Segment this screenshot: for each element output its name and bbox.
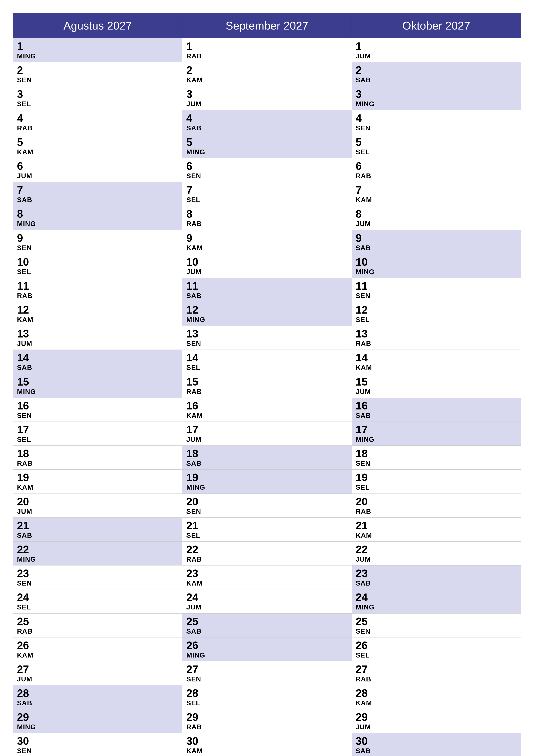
day-cell: 16 SAB — [352, 398, 521, 421]
day-name: RAB — [356, 675, 517, 683]
month-header-sep: September 2027 — [182, 13, 352, 39]
day-name: RAB — [356, 172, 517, 180]
day-number: 30 — [186, 735, 347, 747]
day-cell: 11 RAB — [13, 278, 182, 302]
day-name: SEL — [356, 316, 517, 323]
day-number: 3 — [186, 88, 347, 100]
day-name: KAM — [186, 747, 347, 755]
day-cell: 30 SEN — [13, 733, 182, 756]
day-number: 25 — [186, 616, 347, 628]
day-cell: 25 SEN — [352, 613, 521, 637]
day-cell: 3 MING — [352, 86, 521, 110]
day-cell: 5 KAM — [13, 134, 182, 158]
day-cell: 22 JUM — [352, 541, 521, 565]
day-cell: 20 SEN — [182, 494, 352, 517]
day-name: SAB — [17, 532, 178, 539]
day-number: 10 — [356, 256, 517, 268]
day-name: KAM — [186, 412, 347, 419]
day-name: SAB — [17, 699, 178, 707]
day-name: SEL — [17, 436, 178, 443]
day-name: SEL — [17, 604, 178, 611]
day-cell: 19 MING — [182, 470, 352, 494]
day-name: MING — [186, 148, 347, 156]
day-number: 10 — [17, 256, 178, 268]
day-name: SEL — [186, 699, 347, 707]
day-number: 8 — [17, 208, 178, 220]
day-name: MING — [17, 723, 178, 731]
day-cell: 17 MING — [352, 422, 521, 446]
day-name: MING — [17, 220, 178, 228]
day-cell: 30 KAM — [182, 733, 352, 756]
day-number: 3 — [356, 88, 517, 100]
day-name: SEN — [17, 580, 178, 587]
day-cell: 18 SEN — [352, 446, 521, 470]
day-name: JUM — [186, 100, 347, 108]
day-name: KAM — [17, 148, 178, 156]
day-number: 14 — [356, 352, 517, 364]
day-number: 30 — [17, 735, 178, 747]
day-number: 12 — [356, 304, 517, 316]
day-cell: 1 RAB — [182, 39, 352, 62]
day-name: SEN — [356, 292, 517, 300]
day-number: 14 — [17, 352, 178, 364]
day-cell: 12 SEL — [352, 302, 521, 326]
day-number: 16 — [186, 400, 347, 412]
day-cell: 28 SAB — [13, 685, 182, 709]
day-cell: 17 SEL — [13, 422, 182, 446]
day-name: JUM — [356, 555, 517, 563]
day-name: MING — [17, 52, 178, 60]
day-cell: 1 JUM — [352, 39, 521, 62]
day-cell: 2 SEN — [13, 62, 182, 86]
day-cell: 4 SAB — [182, 110, 352, 134]
day-number: 3 — [17, 88, 178, 100]
day-name: SEN — [17, 244, 178, 252]
day-number: 29 — [186, 712, 347, 723]
day-number: 8 — [186, 208, 347, 220]
day-number: 5 — [186, 136, 347, 148]
day-number: 22 — [17, 544, 178, 555]
day-name: RAB — [17, 628, 178, 635]
day-number: 11 — [356, 280, 517, 292]
day-name: SEN — [356, 124, 517, 132]
day-name: MING — [17, 388, 178, 395]
day-cell: 13 SEN — [182, 326, 352, 350]
day-cell: 3 JUM — [182, 86, 352, 110]
day-name: RAB — [186, 723, 347, 731]
day-name: SEL — [186, 196, 347, 204]
day-name: MING — [17, 555, 178, 563]
day-number: 22 — [356, 544, 517, 555]
day-number: 19 — [186, 472, 347, 484]
day-number: 4 — [356, 113, 517, 124]
day-number: 27 — [17, 663, 178, 675]
day-name: JUM — [186, 268, 347, 276]
day-number: 19 — [356, 472, 517, 484]
day-number: 24 — [17, 592, 178, 604]
day-number: 16 — [17, 400, 178, 412]
day-name: MING — [186, 484, 347, 491]
day-cell: 2 SAB — [352, 62, 521, 86]
day-cell: 6 JUM — [13, 158, 182, 182]
month-header-oct: Oktober 2027 — [352, 13, 521, 39]
day-number: 18 — [186, 448, 347, 460]
day-cell: 3 SEL — [13, 86, 182, 110]
day-name: KAM — [356, 196, 517, 204]
day-name: SEN — [186, 172, 347, 180]
day-cell: 21 SEL — [182, 517, 352, 541]
day-name: SEL — [17, 100, 178, 108]
day-cell: 10 JUM — [182, 254, 352, 278]
day-cell: 25 SAB — [182, 613, 352, 637]
day-cell: 9 SAB — [352, 230, 521, 254]
day-cell: 12 MING — [182, 302, 352, 326]
day-cell: 8 RAB — [182, 206, 352, 230]
day-cell: 9 SEN — [13, 230, 182, 254]
day-cell: 24 SEL — [13, 589, 182, 613]
day-number: 11 — [186, 280, 347, 292]
day-cell: 26 MING — [182, 637, 352, 661]
day-cell: 27 JUM — [13, 661, 182, 685]
day-cell: 8 JUM — [352, 206, 521, 230]
day-name: KAM — [356, 364, 517, 371]
day-name: SAB — [17, 364, 178, 371]
calendar-table: Agustus 2027 September 2027 Oktober 2027… — [13, 13, 521, 756]
day-number: 7 — [356, 184, 517, 196]
day-cell: 15 MING — [13, 374, 182, 398]
